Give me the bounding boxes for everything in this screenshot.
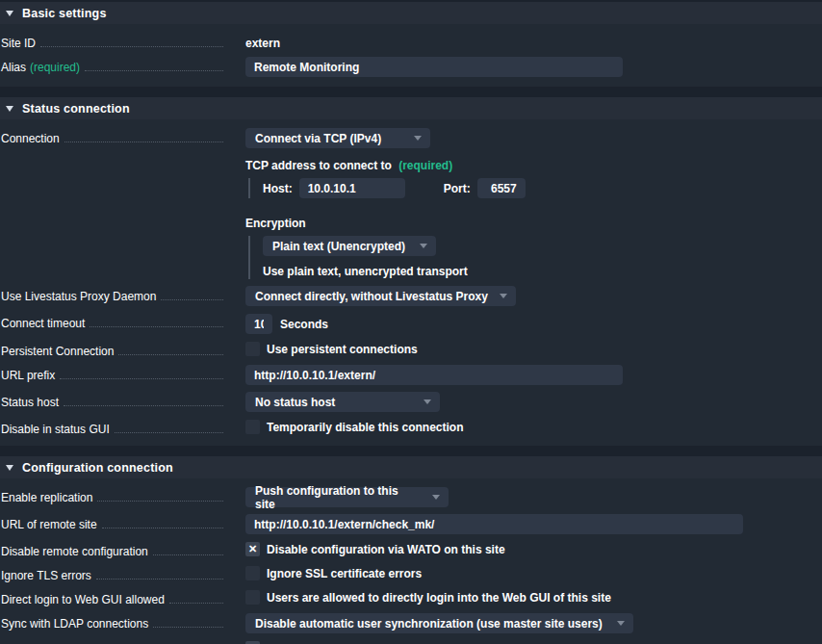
row-alias: Alias (required) <box>0 57 822 77</box>
port-label: Port: <box>444 182 471 195</box>
persistent-value-cell: Use persistent connections <box>245 341 418 356</box>
proxy-value-cell: Connect directly, without Livestatus Pro… <box>245 286 516 306</box>
status-host-value-cell: No status host <box>245 392 440 412</box>
disable-remote-config-value-cell: ✕ Disable configuration via WATO on this… <box>245 541 505 556</box>
section-configuration-connection: Configuration connection Enable replicat… <box>0 456 822 644</box>
section-header-basic-settings[interactable]: Basic settings <box>0 2 822 24</box>
status-host-selected: No status host <box>255 396 335 409</box>
site-id-label-cell: Site ID <box>1 33 223 50</box>
host-label: Host: <box>263 182 293 195</box>
encryption-selected: Plain text (Unencrypted) <box>272 240 405 253</box>
dotted-leader <box>153 554 223 555</box>
disable-gui-checkbox[interactable] <box>245 420 260 434</box>
dotted-leader <box>85 70 223 71</box>
row-replicate-ec: Replicate Event Console config ✕ Replica… <box>0 640 822 644</box>
direct-login-checkbox-label: Users are allowed to directly login into… <box>267 591 611 605</box>
alias-label-cell: Alias (required) <box>1 57 223 74</box>
tcp-address-title: TCP address to connect to (required) <box>245 159 526 172</box>
section-basic-settings: Basic settings Site ID extern Alias (req… <box>0 2 822 87</box>
dotted-leader <box>169 603 223 604</box>
collapse-triangle-icon <box>6 11 13 16</box>
site-edit-form: Basic settings Site ID extern Alias (req… <box>0 0 822 644</box>
persistent-checkbox-label: Use persistent connections <box>267 343 418 356</box>
row-url-prefix: URL prefix <box>0 365 822 385</box>
row-ignore-tls: Ignore TLS errors Ignore SSL certificate… <box>0 565 822 582</box>
alias-value-cell <box>245 57 623 77</box>
disable-remote-config-checkbox[interactable]: ✕ <box>245 542 260 556</box>
chevron-down-icon <box>414 136 422 141</box>
encryption-title: Encryption <box>245 217 526 230</box>
encryption-help-text: Use plain text, unencrypted transport <box>263 265 526 279</box>
dotted-leader <box>115 432 223 433</box>
row-enable-replication: Enable replication Push configuration to… <box>0 487 822 507</box>
connection-method-dropdown[interactable]: Connect via TCP (IPv4) <box>245 128 430 148</box>
alias-input[interactable] <box>245 57 623 77</box>
livestatus-proxy-dropdown[interactable]: Connect directly, without Livestatus Pro… <box>245 286 516 306</box>
url-prefix-input[interactable] <box>245 365 623 385</box>
tcp-required-marker: (required) <box>398 159 452 172</box>
ignore-tls-label: Ignore TLS errors <box>1 569 91 582</box>
replication-selected: Push configuration to this site <box>255 484 421 511</box>
replication-label-cell: Enable replication <box>1 487 223 504</box>
row-status-host: Status host No status host <box>0 392 822 412</box>
disable-remote-config-label: Disable remote configuration <box>1 545 148 558</box>
section-title: Basic settings <box>22 7 107 20</box>
timeout-value-cell: Seconds <box>245 313 328 334</box>
status-host-label: Status host <box>1 396 59 409</box>
host-input[interactable] <box>299 178 405 198</box>
status-host-dropdown[interactable]: No status host <box>245 392 440 412</box>
livestatus-proxy-selected: Connect directly, without Livestatus Pro… <box>255 290 488 303</box>
disable-remote-config-checkbox-label: Disable configuration via WATO on this s… <box>267 543 505 556</box>
dotted-leader <box>97 501 223 502</box>
chevron-down-icon <box>420 244 427 248</box>
host-port-row: Host: Port: <box>263 178 526 198</box>
replicate-ec-label-cell: Replicate Event Console config <box>1 640 223 644</box>
section-body-status-connection: Connection Connect via TCP (IPv4) TCP ad… <box>0 119 822 446</box>
remote-url-label: URL of remote site <box>1 518 97 531</box>
row-disable-remote-config: Disable remote configuration ✕ Disable c… <box>0 541 822 558</box>
url-prefix-label-cell: URL prefix <box>1 365 223 382</box>
encryption-dropdown[interactable]: Plain text (Unencrypted) <box>263 236 436 256</box>
persistent-label-cell: Persistent Connection <box>1 341 223 358</box>
section-header-configuration-connection[interactable]: Configuration connection <box>0 456 822 478</box>
row-site-id: Site ID extern <box>0 33 822 50</box>
alias-label: Alias <box>1 61 26 74</box>
row-direct-login: Direct login to Web GUI allowed Users ar… <box>0 589 822 606</box>
section-gap <box>0 87 822 95</box>
timeout-label: Connect timeout <box>1 317 85 330</box>
replicate-ec-value-cell: ✕ Replicate Event Console configuration … <box>245 640 539 644</box>
section-body-configuration-connection: Enable replication Push configuration to… <box>0 478 822 644</box>
row-remote-url: URL of remote site <box>0 514 822 534</box>
replication-dropdown[interactable]: Push configuration to this site <box>245 487 449 507</box>
dotted-leader <box>64 142 223 142</box>
site-id-label: Site ID <box>1 37 36 50</box>
persistent-label: Persistent Connection <box>1 345 114 358</box>
row-persistent-connection: Persistent Connection Use persistent con… <box>0 341 822 358</box>
chevron-down-icon <box>617 621 625 626</box>
ldap-sync-dropdown[interactable]: Disable automatic user synchronization (… <box>245 613 633 633</box>
dotted-leader <box>64 405 223 406</box>
dotted-leader <box>153 627 223 628</box>
status-host-label-cell: Status host <box>1 392 223 409</box>
replication-value-cell: Push configuration to this site <box>245 487 449 507</box>
tcp-address-group: Host: Port: <box>248 178 526 198</box>
remote-url-label-cell: URL of remote site <box>1 514 223 531</box>
proxy-label-cell: Use Livestatus Proxy Daemon <box>1 286 223 303</box>
section-title: Configuration connection <box>22 461 173 475</box>
port-input[interactable] <box>477 178 526 198</box>
persistent-checkbox[interactable] <box>245 342 260 356</box>
disable-gui-label-cell: Disable in status GUI <box>1 419 223 436</box>
connection-label: Connection <box>1 132 60 145</box>
alias-required-marker: (required) <box>30 61 80 74</box>
dotted-leader <box>161 299 223 300</box>
row-ldap-sync: Sync with LDAP connections Disable autom… <box>0 613 822 633</box>
url-prefix-label: URL prefix <box>1 369 55 382</box>
direct-login-checkbox[interactable] <box>245 590 260 605</box>
remote-url-input[interactable] <box>245 514 743 534</box>
row-disable-status-gui: Disable in status GUI Temporarily disabl… <box>0 419 822 436</box>
connect-timeout-input[interactable] <box>245 314 272 334</box>
section-header-status-connection[interactable]: Status connection <box>0 97 822 119</box>
direct-login-label: Direct login to Web GUI allowed <box>1 593 165 606</box>
ignore-tls-checkbox[interactable] <box>245 566 260 580</box>
row-connection: Connection Connect via TCP (IPv4) TCP ad… <box>0 128 822 279</box>
